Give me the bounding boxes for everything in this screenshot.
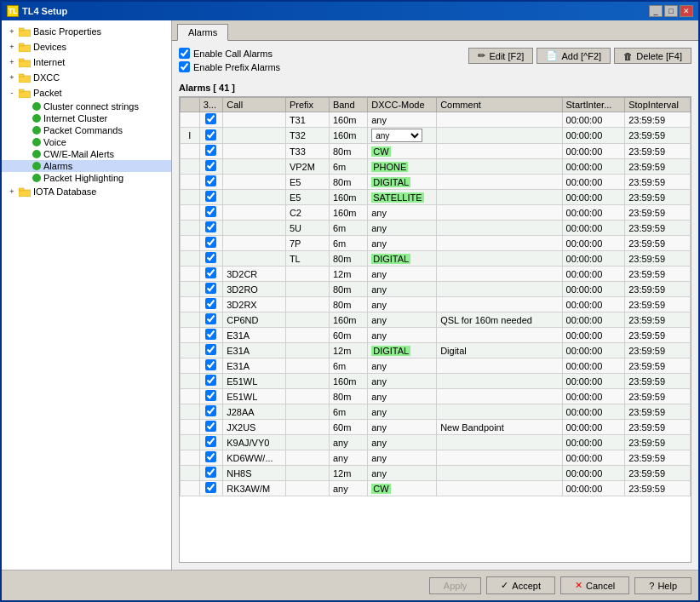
enable-prefix-alarms-checkbox-row[interactable]: Enable Prefix Alarms [179,61,280,72]
row-checkbox[interactable] [205,298,216,309]
tab-alarms[interactable]: Alarms [177,24,228,41]
table-row[interactable]: E51WL 160m any 00:00:00 23:59:59 [181,374,691,389]
row-checkbox-cell[interactable] [199,404,223,420]
table-row[interactable]: E51WL 80m any 00:00:00 23:59:59 [181,389,691,404]
sidebar-item-voice[interactable]: Voice [2,136,171,148]
table-row[interactable]: TL 80m DIGITAL 00:00:00 23:59:59 [181,251,691,267]
col-header-chk[interactable]: 3... [199,98,223,112]
table-row[interactable]: E31A 60m any 00:00:00 23:59:59 [181,328,691,343]
table-row[interactable]: C2 160m any 00:00:00 23:59:59 [181,205,691,221]
table-row[interactable]: NH8S 12m any 00:00:00 23:59:59 [181,466,691,481]
row-checkbox-cell[interactable] [199,144,223,159]
sidebar-item-packet-highlighting[interactable]: Packet Highlighting [2,172,171,184]
col-header-prefix[interactable]: Prefix [285,98,329,112]
table-row[interactable]: 7P 6m any 00:00:00 23:59:59 [181,236,691,251]
row-checkbox[interactable] [205,145,216,156]
enable-call-alarms-checkbox[interactable] [179,48,190,59]
row-checkbox-cell[interactable] [199,328,223,343]
accept-button[interactable]: ✓ Accept [486,576,555,594]
col-header-start[interactable]: StartInter... [562,98,625,112]
row-checkbox-cell[interactable] [199,297,223,312]
row-checkbox-cell[interactable] [199,358,223,374]
row-checkbox[interactable] [205,113,216,124]
row-checkbox[interactable] [205,129,216,140]
row-checkbox[interactable] [205,160,216,171]
table-row[interactable]: E31A 6m any 00:00:00 23:59:59 [181,358,691,374]
add-button[interactable]: 📄 Add [^F2] [536,48,611,64]
cancel-button[interactable]: ✕ Cancel [560,576,629,594]
row-checkbox[interactable] [205,175,216,186]
enable-prefix-alarms-checkbox[interactable] [179,61,190,72]
row-checkbox[interactable] [205,267,216,278]
enable-call-alarms-checkbox-row[interactable]: Enable Call Alarms [179,48,280,59]
table-row[interactable]: E31A 12m DIGITAL Digital 00:00:00 23:59:… [181,343,691,358]
table-row[interactable]: VP2M 6m PHONE 00:00:00 23:59:59 [181,159,691,175]
sidebar-item-cluster-connect[interactable]: Cluster connect strings [2,100,171,112]
col-header-num[interactable] [181,98,200,112]
table-row[interactable]: KD6WW/... any any 00:00:00 23:59:59 [181,450,691,466]
row-checkbox-cell[interactable] [199,236,223,251]
row-checkbox-cell[interactable] [199,374,223,389]
col-header-stop[interactable]: StopInterval [625,98,691,112]
sidebar-item-cw-email[interactable]: CW/E-Mail Alerts [2,148,171,160]
apply-button[interactable]: Apply [429,577,482,594]
help-button[interactable]: ? Help [634,577,691,594]
row-checkbox[interactable] [205,390,216,401]
row-checkbox-cell[interactable] [199,343,223,358]
row-checkbox-cell[interactable] [199,466,223,481]
sidebar-item-iota[interactable]: + IOTA Database [2,184,171,199]
row-checkbox-cell[interactable] [199,389,223,404]
col-header-comment[interactable]: Comment [437,98,562,112]
row-checkbox-cell[interactable] [199,420,223,435]
row-checkbox[interactable] [205,482,216,493]
alarms-table-container[interactable]: 3... Call Prefix Band DXCC-Mode Comment … [179,96,691,563]
row-checkbox-cell[interactable] [199,435,223,450]
sidebar-item-internet-cluster[interactable]: Internet Cluster [2,112,171,124]
table-row[interactable]: K9AJ/VY0 any any 00:00:00 23:59:59 [181,435,691,450]
table-row[interactable]: JX2US 60m any New Bandpoint 00:00:00 23:… [181,420,691,435]
row-checkbox[interactable] [205,221,216,232]
row-checkbox-cell[interactable] [199,205,223,221]
sidebar-item-packet[interactable]: - Packet [2,85,171,100]
row-checkbox-cell[interactable] [199,190,223,205]
row-checkbox[interactable] [205,191,216,202]
table-row[interactable]: CP6ND 160m any QSL for 160m needed 00:00… [181,312,691,328]
row-checkbox[interactable] [205,405,216,416]
close-button[interactable]: ✕ [680,5,693,17]
row-checkbox[interactable] [205,436,216,447]
row-checkbox-cell[interactable] [199,112,223,128]
row-checkbox[interactable] [205,206,216,217]
col-header-dxcc[interactable]: DXCC-Mode [368,98,437,112]
row-checkbox[interactable] [205,237,216,248]
edit-button[interactable]: ✏ Edit [F2] [468,48,533,64]
table-row[interactable]: I T32 160m anyCWPHONEDIGITALSATELLITE 00… [181,128,691,144]
mode-select[interactable]: anyCWPHONEDIGITALSATELLITE [371,129,422,142]
sidebar-item-internet[interactable]: + Internet [2,54,171,70]
maximize-button[interactable]: □ [664,5,678,17]
row-checkbox[interactable] [205,467,216,478]
row-checkbox[interactable] [205,375,216,386]
row-checkbox[interactable] [205,313,216,324]
sidebar-item-dxcc[interactable]: + DXCC [2,70,171,85]
row-checkbox-cell[interactable] [199,481,223,496]
table-row[interactable]: 3D2RO 80m any 00:00:00 23:59:59 [181,282,691,297]
row-checkbox[interactable] [205,451,216,462]
row-checkbox-cell[interactable] [199,282,223,297]
row-checkbox[interactable] [205,252,216,263]
row-checkbox-cell[interactable] [199,251,223,267]
row-checkbox[interactable] [205,359,216,370]
row-checkbox-cell[interactable] [199,159,223,175]
row-checkbox-cell[interactable] [199,221,223,236]
row-checkbox[interactable] [205,283,216,294]
row-checkbox-cell[interactable] [199,128,223,144]
row-checkbox-cell[interactable] [199,175,223,190]
row-checkbox-cell[interactable] [199,267,223,282]
table-row[interactable]: RK3AW/M any CW 00:00:00 23:59:59 [181,481,691,496]
col-header-band[interactable]: Band [329,98,367,112]
delete-button[interactable]: 🗑 Delete [F4] [614,48,691,64]
table-row[interactable]: 5U 6m any 00:00:00 23:59:59 [181,221,691,236]
table-row[interactable]: E5 80m DIGITAL 00:00:00 23:59:59 [181,175,691,190]
sidebar-item-devices[interactable]: + Devices [2,39,171,54]
minimize-button[interactable]: _ [649,5,663,17]
table-row[interactable]: 3D2CR 12m any 00:00:00 23:59:59 [181,267,691,282]
